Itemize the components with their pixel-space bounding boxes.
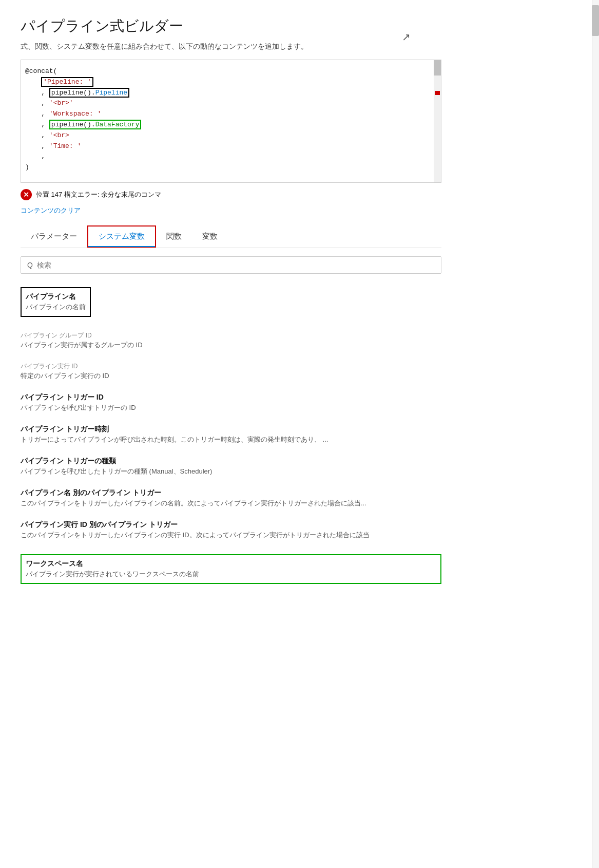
list-item[interactable]: パイプライン トリガー ID パイプラインを呼び出すトリガーの ID [21,388,441,418]
search-box: Q [21,256,441,274]
item-desc: 特定のパイプライン実行の ID [21,371,441,381]
items-list: パイプライン名 パイプラインの名前 パイプライン グループ ID パイプライン実… [21,282,441,589]
subtitle: 式、関数、システム変数を任意に組み合わせて、以下の動的なコンテンツを追加します。 [21,42,441,51]
item-title: ワークスペース名 [26,559,436,569]
tab-variables[interactable]: 変数 [192,227,228,247]
item-title: パイプライン名 [26,292,86,301]
item-desc: このパイプラインをトリガーしたパイプラインの名前。次によってパイプライン実行がト… [21,499,441,508]
list-item[interactable]: パイプライン名 別のパイプライン トリガー このパイプラインをトリガーしたパイプ… [21,483,441,513]
list-item[interactable]: パイプライン名 パイプラインの名前 [21,282,441,322]
item-title: パイプライン名 別のパイプライン トリガー [21,488,441,498]
item-desc: トリガーによってパイプラインが呼び出された時刻。このトリガー時刻は、実際の発生時… [21,435,441,444]
tab-system-vars[interactable]: システム変数 [87,225,156,248]
item-title: パイプライン トリガー時刻 [21,425,441,434]
error-area: ✕ 位置 147 構文エラー: 余分な末尾のコンマ [21,189,441,200]
list-item[interactable]: ワークスペース名 パイプライン実行が実行されているワークスペースの名前 [21,549,441,589]
list-item[interactable]: パイプライン グループ ID パイプライン実行が属するグループの ID [21,326,441,355]
code-editor[interactable]: @concat( 'Pipeline: ' , pipeline().Pipel… [21,60,441,183]
code-editor-scrollbar[interactable] [434,60,441,182]
code-editor-scrollbar-thumb[interactable] [434,60,441,76]
item-title: パイプライン トリガーの種類 [21,457,441,466]
error-icon: ✕ [21,189,32,200]
page-scrollbar-thumb[interactable] [592,5,599,36]
error-text: 位置 147 構文エラー: 余分な末尾のコンマ [36,190,161,199]
item-desc: パイプラインを呼び出すトリガーの ID [21,403,441,412]
code-editor-error-mark [435,91,440,95]
page-scrollbar[interactable] [592,0,599,868]
item-label: パイプライン グループ ID [21,331,441,340]
tab-parameters[interactable]: パラメーター [21,227,87,247]
item-title: パイプライン実行 ID 別のパイプライン トリガー [21,520,441,530]
search-input[interactable] [37,261,435,269]
search-icon: Q [27,261,33,269]
list-item[interactable]: パイプライン実行 ID 別のパイプライン トリガー このパイプラインをトリガーし… [21,515,441,545]
expand-icon[interactable]: ↗ [402,31,411,43]
page-title: パイプライン式ビルダー [21,16,441,36]
item-desc: パイプラインを呼び出したトリガーの種類 (Manual、Scheduler) [21,467,441,476]
list-item[interactable]: パイプライン実行 ID 特定のパイプライン実行の ID [21,357,441,386]
item-desc: パイプライン実行が属するグループの ID [21,341,441,350]
list-item[interactable]: パイプライン トリガーの種類 パイプラインを呼び出したトリガーの種類 (Manu… [21,451,441,481]
tab-functions[interactable]: 関数 [156,227,192,247]
item-desc: パイプラインの名前 [26,303,86,312]
list-item[interactable]: パイプライン トリガー時刻 トリガーによってパイプラインが呼び出された時刻。この… [21,420,441,449]
clear-content-link[interactable]: コンテンツのクリア [21,206,81,215]
item-title: パイプライン トリガー ID [21,393,441,402]
item-label: パイプライン実行 ID [21,362,441,371]
tabs-container: パラメーター システム変数 関数 変数 [21,225,441,248]
item-desc: このパイプラインをトリガーしたパイプラインの実行 ID。次によってパイプライン実… [21,531,441,540]
item-desc: パイプライン実行が実行されているワークスペースの名前 [26,570,436,579]
